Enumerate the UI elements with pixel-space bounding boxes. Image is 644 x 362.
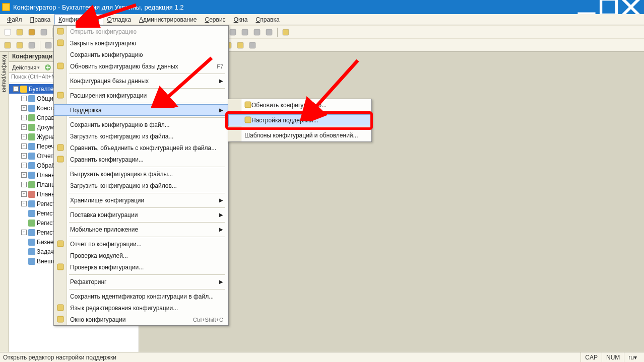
menu-item-label: Сравнить, объединить с конфигурацией из … <box>70 144 216 152</box>
expand-icon[interactable]: + <box>21 191 27 197</box>
expand-icon[interactable]: + <box>21 172 27 178</box>
svg-rect-43 <box>249 42 255 48</box>
toolbar1-btn-3[interactable] <box>38 27 49 38</box>
svg-rect-24 <box>283 29 289 35</box>
menu-item[interactable]: Отчет по конфигурации... <box>54 238 228 250</box>
menu-правка[interactable]: Правка <box>26 14 55 25</box>
expand-icon[interactable]: + <box>21 163 27 168</box>
toolbar1b-btn-11[interactable] <box>280 27 291 38</box>
svg-rect-23 <box>266 29 272 35</box>
menu-item[interactable]: Поставка конфигурации▶ <box>54 209 228 221</box>
menu-item[interactable]: Обновить конфигурацию базы данныхF7 <box>54 60 228 72</box>
tree-node-icon <box>28 162 35 169</box>
menu-item[interactable]: Расширения конфигурации <box>54 90 228 101</box>
status-lang[interactable]: ru ▾ <box>624 352 641 362</box>
cmp-icon <box>56 143 65 152</box>
menu-item[interactable]: Проверка модулей... <box>54 250 228 261</box>
menu-item[interactable]: Сравнить, объединить с конфигурацией из … <box>54 142 228 154</box>
toolbar2-btn-2[interactable] <box>26 40 37 51</box>
expand-icon[interactable]: + <box>21 134 27 139</box>
tree-node-label: Планы <box>37 181 56 188</box>
svg-rect-20 <box>230 29 236 35</box>
tree-node-icon <box>28 258 35 265</box>
menu-item[interactable]: Закрыть конфигурацию <box>54 37 228 49</box>
menu-администрирование[interactable]: Администрирование <box>135 14 201 25</box>
menu-item[interactable]: Конфигурация базы данных▶ <box>54 75 228 87</box>
menu-item[interactable]: Мобильное приложение▶ <box>54 224 228 235</box>
menu-item[interactable]: Окно конфигурацииCtrl+Shift+C <box>54 314 228 325</box>
close-button[interactable] <box>620 0 642 14</box>
toolbar2-btn-0[interactable] <box>2 40 13 51</box>
menu-окна[interactable]: Окна <box>230 14 252 25</box>
menu-item-label: Сохранить конфигурацию <box>70 51 143 58</box>
menu-item[interactable]: Шаблоны конфигураций и обновлений... <box>228 129 371 141</box>
menu-item-label: Шаблоны конфигураций и обновлений... <box>244 132 358 139</box>
menu-item-label: Выгрузить конфигурацию в файлы... <box>70 171 173 178</box>
svg-rect-57 <box>57 305 63 311</box>
expand-icon[interactable]: + <box>21 115 27 120</box>
menu-справка[interactable]: Справка <box>252 14 284 25</box>
toolbar2-btn-24[interactable] <box>247 40 258 51</box>
menu-item[interactable]: Обновить конфигурацию... <box>228 99 371 111</box>
menu-item[interactable]: Сохранить конфигурацию <box>54 49 228 60</box>
menu-файл[interactable]: Файл <box>3 14 26 25</box>
toolbar1b-btn-8[interactable] <box>251 27 263 38</box>
expand-icon[interactable] <box>21 258 27 264</box>
menu-item-label: Загрузить конфигурацию из файла... <box>70 133 173 140</box>
expand-icon[interactable]: - <box>13 86 19 92</box>
toolbar2-btn-23[interactable] <box>235 40 246 51</box>
toolbar1-btn-2[interactable] <box>26 27 37 38</box>
svg-rect-53 <box>57 144 63 151</box>
expand-icon[interactable] <box>21 220 27 226</box>
menu-item[interactable]: Рефакторинг▶ <box>54 276 228 287</box>
menu-item[interactable]: Настройка поддержки... <box>228 114 371 126</box>
expand-icon[interactable] <box>21 210 27 216</box>
expand-icon[interactable] <box>21 249 27 254</box>
menu-item[interactable]: Сохранить конфигурацию в файл... <box>54 119 228 130</box>
tool-add-icon[interactable] <box>42 62 53 73</box>
menu-отладка[interactable]: Отладка <box>103 14 135 25</box>
expand-icon[interactable]: + <box>21 153 27 159</box>
open-icon <box>56 27 65 35</box>
menu-конфигурация[interactable]: Конфигурация <box>54 14 103 25</box>
expand-icon[interactable]: + <box>21 105 27 111</box>
menu-item[interactable]: Язык редактирования конфигурации... <box>54 302 228 314</box>
toolbar1b-btn-9[interactable] <box>264 27 275 38</box>
abc-icon <box>56 304 65 312</box>
rep-icon <box>56 240 65 248</box>
menu-item[interactable]: Сохранить идентификатор конфигурации в ф… <box>54 291 228 302</box>
menu-item[interactable]: Загрузить конфигурацию из файлов... <box>54 180 228 191</box>
menu-item[interactable]: Выгрузить конфигурацию в файлы... <box>54 168 228 180</box>
expand-icon[interactable]: + <box>21 182 27 187</box>
toolbar2-btn-1[interactable] <box>14 40 25 51</box>
menu-item[interactable]: Загрузить конфигурацию из файла... <box>54 130 228 142</box>
toolbar2-btn-4[interactable] <box>43 40 54 51</box>
status-cap: CAP <box>581 352 602 362</box>
submenu-arrow-icon: ▶ <box>219 107 223 113</box>
expand-icon[interactable]: + <box>21 96 27 101</box>
menu-item[interactable]: Сравнить конфигурации... <box>54 154 228 165</box>
side-tab[interactable]: Конфигурация <box>0 52 9 352</box>
menu-shortcut: Ctrl+Shift+C <box>193 317 223 323</box>
menu-сервис[interactable]: Сервис <box>201 14 230 25</box>
tree-node-label: Регист <box>37 229 55 236</box>
expand-icon[interactable]: + <box>21 124 27 130</box>
actions-dropdown[interactable]: Действия <box>11 64 41 70</box>
toolbar1-btn-0[interactable] <box>2 27 13 38</box>
expand-icon[interactable]: + <box>21 201 27 206</box>
menu-item[interactable]: Проверка конфигурации... <box>54 261 228 273</box>
svg-rect-52 <box>57 92 63 98</box>
menu-item[interactable]: Поддержка▶ <box>54 104 228 116</box>
toolbar1b-btn-7[interactable] <box>239 27 250 38</box>
expand-icon[interactable]: + <box>21 143 27 149</box>
menu-item[interactable]: Хранилище конфигурации▶ <box>54 194 228 206</box>
menu-item-label: Мобильное приложение <box>70 226 138 233</box>
toolbar1-btn-1[interactable] <box>14 27 25 38</box>
expand-icon[interactable]: + <box>21 230 27 235</box>
menu-item-label: Поддержка <box>70 107 102 114</box>
toolbar1b-btn-6[interactable] <box>227 27 238 38</box>
minimize-button[interactable] <box>575 0 598 14</box>
maximize-button[interactable] <box>598 0 620 14</box>
expand-icon[interactable] <box>21 239 27 245</box>
tree-node-icon <box>28 181 35 188</box>
